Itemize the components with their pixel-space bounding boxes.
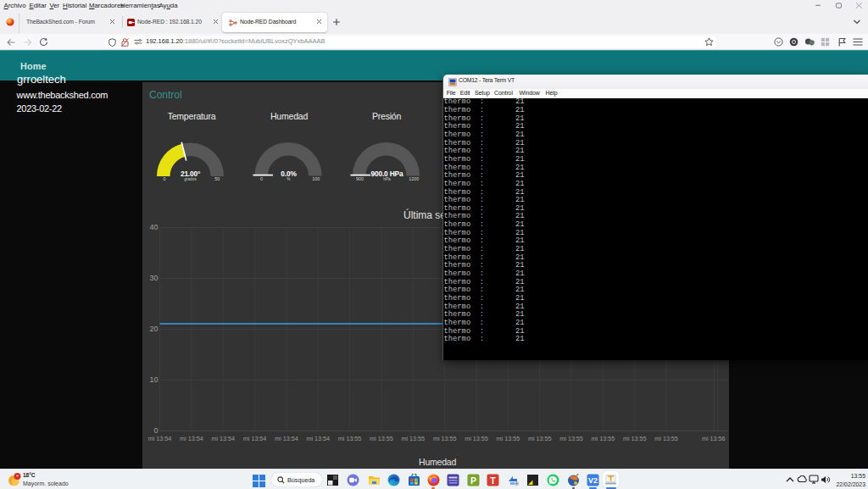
svg-text:T: T	[490, 475, 496, 486]
svg-text:V2: V2	[588, 476, 598, 485]
svg-text:P: P	[470, 475, 476, 486]
